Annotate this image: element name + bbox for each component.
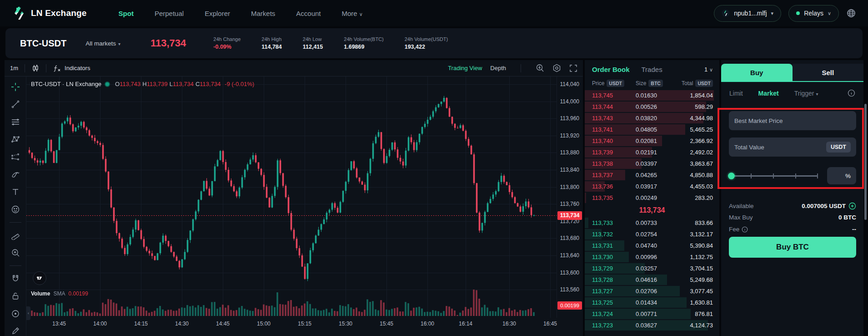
- bid-row[interactable]: 113,7290.032573,704.15: [585, 263, 719, 274]
- magnet-icon[interactable]: [10, 274, 20, 284]
- ask-row[interactable]: 113,7390.021912,492.02: [585, 147, 719, 158]
- brush-icon[interactable]: [10, 170, 20, 180]
- nav-item-perpetual[interactable]: Perpetual: [155, 10, 184, 17]
- stat-value: 193,422: [405, 44, 448, 50]
- zoom-in-icon[interactable]: [10, 248, 20, 258]
- volume-value-tag: 0.00199: [557, 301, 582, 310]
- price-input[interactable]: Best Market Price: [729, 111, 856, 130]
- tab-buy[interactable]: Buy: [721, 64, 793, 81]
- trend-line-icon[interactable]: [10, 100, 20, 110]
- ask-row[interactable]: 113,7430.038204,344.98: [585, 112, 719, 124]
- bid-row[interactable]: 113,7240.00771876.81: [585, 308, 719, 320]
- size-cell: 0.04805: [636, 126, 677, 133]
- bid-row[interactable]: 113,7270.027063,077.45: [585, 285, 719, 297]
- all-markets-dropdown[interactable]: All markets▾: [85, 40, 120, 47]
- ask-row[interactable]: 113,7400.020812,366.92: [585, 135, 719, 147]
- settings-icon[interactable]: [552, 64, 561, 72]
- buy-btc-button[interactable]: Buy BTC: [729, 237, 856, 258]
- target-icon[interactable]: [10, 309, 20, 319]
- candles-icon[interactable]: [31, 64, 40, 72]
- ask-row[interactable]: 113,7380.033973,863.67: [585, 158, 719, 169]
- order-type-trigger[interactable]: Trigger▾: [794, 90, 818, 97]
- price-cell: 113,727: [592, 288, 636, 295]
- pattern-icon[interactable]: [10, 135, 20, 145]
- ask-row[interactable]: 113,7350.00249283.20: [585, 192, 719, 204]
- nav-item-account[interactable]: Account: [296, 10, 321, 17]
- stat-value: -0.09%: [213, 44, 241, 50]
- tab-trades[interactable]: Trades: [642, 66, 662, 73]
- flash-search-icon[interactable]: [536, 64, 544, 72]
- bid-row[interactable]: 113,7250.014341,630.81: [585, 297, 719, 308]
- nav-item-explorer[interactable]: Explorer: [205, 10, 230, 17]
- pencil-icon[interactable]: [10, 326, 20, 336]
- horizontal-lines-icon[interactable]: [10, 117, 20, 127]
- ask-row[interactable]: 113,7440.00526598.29: [585, 101, 719, 112]
- crosshair-icon[interactable]: [10, 82, 20, 92]
- candlestick-chart[interactable]: [26, 76, 557, 318]
- amount-input[interactable]: Total Value USDT: [729, 137, 856, 157]
- percent-input[interactable]: %: [827, 167, 856, 184]
- brand[interactable]: LN Exchange: [12, 6, 87, 20]
- bid-row[interactable]: 113,7300.009961,132.75: [585, 251, 719, 263]
- bid-row[interactable]: 113,7330.00733833.66: [585, 217, 719, 229]
- bid-row[interactable]: 113,7320.027543,132.17: [585, 229, 719, 240]
- tab-order-book[interactable]: Order Book: [592, 66, 630, 73]
- mid-price[interactable]: 113,734: [585, 204, 719, 217]
- nav-item-spot[interactable]: Spot: [119, 10, 134, 17]
- tab-sell[interactable]: Sell: [793, 64, 864, 81]
- price-tick: 114,000: [560, 98, 580, 105]
- lock-icon[interactable]: [10, 291, 20, 301]
- price-axis[interactable]: 114,040114,000113,960113,920113,880113,8…: [557, 76, 583, 318]
- tab-trading-view[interactable]: Trading View: [448, 65, 482, 71]
- indicators-button[interactable]: Indicators: [53, 65, 90, 72]
- ask-row[interactable]: 113,7450.016301,854.04: [585, 90, 719, 101]
- ask-row[interactable]: 113,7360.039174,455.03: [585, 181, 719, 192]
- price-tick: 113,600: [560, 270, 580, 276]
- order-type-market[interactable]: Market: [758, 90, 779, 97]
- volume-legend: Volume SMA 0.00199: [31, 290, 88, 297]
- tab-depth[interactable]: Depth: [490, 65, 506, 71]
- page-scrollbar-thumb[interactable]: [864, 104, 867, 220]
- bid-row[interactable]: 113,7280.046165,249.68: [585, 274, 719, 285]
- size-cell: 0.02081: [636, 137, 677, 144]
- total-cell: 3,077.45: [677, 288, 713, 295]
- chevron-down-icon: ∨: [828, 10, 831, 16]
- row-value: 0 BTC: [838, 214, 856, 221]
- order-type-limit[interactable]: Limit: [729, 90, 743, 97]
- bid-row[interactable]: 113,7230.036274,124.73: [585, 320, 719, 331]
- price-cell: 113,743: [592, 115, 636, 122]
- wallet-selector[interactable]: npub1...mlfj ▾: [714, 5, 781, 22]
- forecast-icon[interactable]: [10, 152, 20, 162]
- plus-circle-icon[interactable]: [848, 202, 856, 210]
- percent-slider[interactable]: [729, 168, 818, 184]
- chart-area: BTC-USDT · LN Exchange O113,743H113,739L…: [26, 76, 583, 336]
- tradingview-logo[interactable]: [33, 271, 46, 285]
- price-cell: 113,725: [592, 299, 636, 306]
- info-icon[interactable]: [848, 89, 855, 97]
- price-cell: 113,741: [592, 126, 636, 133]
- grouping-dropdown[interactable]: 1 ∨: [704, 66, 713, 73]
- ask-row[interactable]: 113,7370.042654,850.88: [585, 169, 719, 181]
- slider-thumb[interactable]: [728, 173, 735, 179]
- time-tick: 14:30: [175, 321, 189, 327]
- ticker-stat: 24h Low112,415: [303, 36, 323, 50]
- emoji-icon[interactable]: [10, 205, 20, 215]
- total-cell: 4,850.88: [677, 172, 713, 178]
- chart-toolbar: 1m Indicators Trading View Depth: [5, 60, 583, 76]
- info-icon[interactable]: [742, 226, 748, 233]
- row-value: 0.007005 USDT: [802, 202, 856, 210]
- nav-item-markets[interactable]: Markets: [251, 10, 275, 17]
- nav-item-more[interactable]: More∨: [342, 10, 363, 17]
- ask-row[interactable]: 113,7410.048055,465.25: [585, 124, 719, 135]
- bid-row[interactable]: 113,7310.047405,390.84: [585, 240, 719, 251]
- relays-selector[interactable]: Relays ∨: [788, 5, 839, 22]
- price-cell: 113,735: [592, 194, 636, 201]
- globe-icon[interactable]: [846, 8, 856, 18]
- total-cell: 1,132.75: [677, 254, 713, 260]
- collapse-left-toolbar-handle[interactable]: ‹: [26, 306, 30, 320]
- fullscreen-icon[interactable]: [569, 64, 577, 72]
- interval-button[interactable]: 1m: [10, 65, 18, 71]
- text-tool-icon[interactable]: [10, 187, 20, 197]
- time-tick: 14:00: [93, 321, 107, 327]
- ruler-icon[interactable]: [10, 230, 20, 240]
